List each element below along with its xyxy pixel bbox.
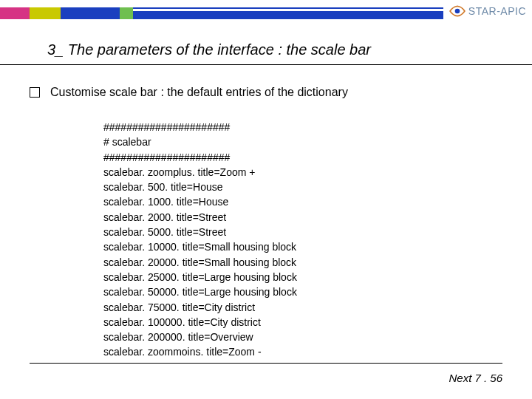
svg-point-0 [455, 9, 460, 14]
brand-stripe-green [120, 7, 133, 19]
brand-stripe-blue [61, 7, 120, 19]
footer-page-ref: Next 7 . 56 [449, 372, 502, 384]
brand-logo: STAR-APIC [449, 1, 526, 21]
bullet-item: Customise scale bar : the default entrie… [30, 86, 532, 99]
footer-rule [30, 363, 502, 364]
header-bar: STAR-APIC [0, 0, 532, 22]
code-block: ###################### # scalebar ######… [103, 120, 532, 360]
bullet-text: Customise scale bar : the default entrie… [50, 86, 348, 99]
slide: STAR-APIC 3_ The parameters of the inter… [0, 0, 532, 399]
brand-stripe-yellow [30, 7, 61, 19]
page-title: 3_ The parameters of the interface : the… [47, 41, 532, 58]
body: Customise scale bar : the default entrie… [0, 65, 532, 360]
header-rule [133, 7, 443, 19]
brand-stripe-magenta [0, 7, 30, 19]
brand-word-1: STAR [468, 5, 497, 17]
brand-word-2: APIC [500, 5, 526, 17]
eye-icon [449, 3, 466, 19]
brand-name: STAR-APIC [468, 5, 526, 17]
title-block: 3_ The parameters of the interface : the… [0, 22, 532, 58]
square-bullet-icon [30, 87, 40, 98]
